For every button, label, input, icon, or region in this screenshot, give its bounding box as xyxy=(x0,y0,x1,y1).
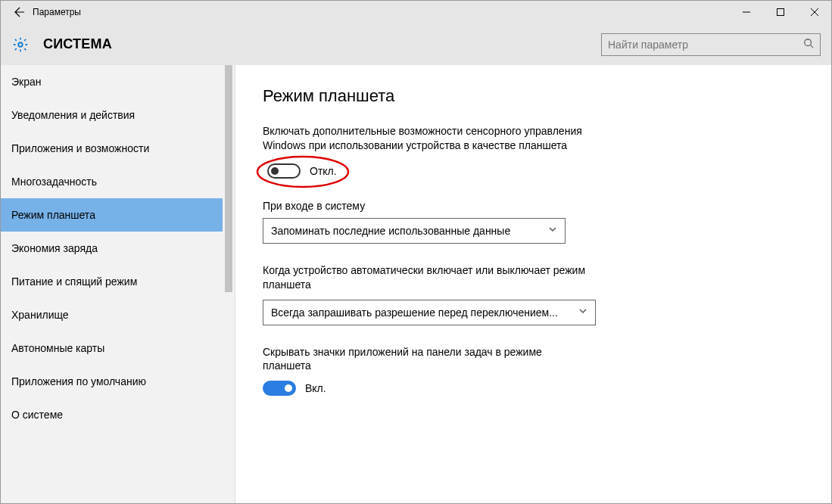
annotated-toggle-group: Откл. xyxy=(263,160,347,182)
search-input[interactable] xyxy=(608,39,803,51)
signin-label: При входе в систему xyxy=(263,200,804,212)
scroll-thumb[interactable] xyxy=(225,65,232,292)
header: СИСТЕМА xyxy=(1,23,831,65)
chevron-down-icon xyxy=(578,306,587,318)
chevron-down-icon xyxy=(548,225,557,236)
signin-select[interactable]: Запоминать последние использованные данн… xyxy=(263,218,566,244)
sidebar-item[interactable]: Автономные карты xyxy=(1,331,235,365)
toggle-state-label: Вкл. xyxy=(305,382,326,394)
tablet-mode-toggle[interactable] xyxy=(267,163,301,179)
svg-rect-1 xyxy=(777,9,784,16)
hide-icons-toggle[interactable] xyxy=(263,381,296,396)
select-value: Запоминать последние использованные данн… xyxy=(271,225,510,237)
minimize-button[interactable] xyxy=(729,1,763,23)
sidebar: ЭкранУведомления и действияПриложения и … xyxy=(1,65,235,504)
svg-point-3 xyxy=(805,39,812,46)
title-bar: Параметры xyxy=(1,1,831,23)
close-button[interactable] xyxy=(797,1,831,23)
toggle-state-label: Откл. xyxy=(310,165,337,177)
select-value: Всегда запрашивать разрешение перед пере… xyxy=(271,306,558,319)
sidebar-item[interactable]: Хранилище xyxy=(1,298,235,331)
search-box[interactable] xyxy=(601,33,821,56)
content-area: Режим планшета Включать дополнительные в… xyxy=(235,65,831,504)
page-title: Режим планшета xyxy=(263,86,804,106)
svg-point-2 xyxy=(18,42,23,47)
sidebar-item[interactable]: Приложения по умолчанию xyxy=(1,365,235,398)
maximize-button[interactable] xyxy=(763,1,797,23)
sidebar-item[interactable]: Многозадачность xyxy=(1,165,235,198)
sidebar-item[interactable]: Питание и спящий режим xyxy=(1,265,235,298)
sidebar-item[interactable]: Экономия заряда xyxy=(1,232,235,265)
sidebar-item[interactable]: Экран xyxy=(1,65,235,98)
sidebar-item[interactable]: Приложения и возможности xyxy=(1,132,235,165)
sidebar-scrollbar[interactable] xyxy=(223,65,235,504)
hide-icons-desc: Скрывать значки приложений на панели зад… xyxy=(263,345,588,374)
sidebar-item[interactable]: Уведомления и действия xyxy=(1,98,235,132)
search-icon xyxy=(803,38,814,51)
sidebar-item[interactable]: О системе xyxy=(1,398,235,431)
auto-switch-select[interactable]: Всегда запрашивать разрешение перед пере… xyxy=(263,300,596,325)
tablet-mode-desc: Включать дополнительные возможности сенс… xyxy=(263,124,588,153)
sidebar-item[interactable]: Режим планшета xyxy=(1,198,235,232)
back-button[interactable] xyxy=(7,1,30,23)
gear-icon xyxy=(11,36,30,54)
window-title: Параметры xyxy=(33,7,81,17)
auto-switch-desc: Когда устройство автоматически включает … xyxy=(263,263,588,292)
svg-line-4 xyxy=(811,45,814,48)
section-title: СИСТЕМА xyxy=(43,36,112,52)
